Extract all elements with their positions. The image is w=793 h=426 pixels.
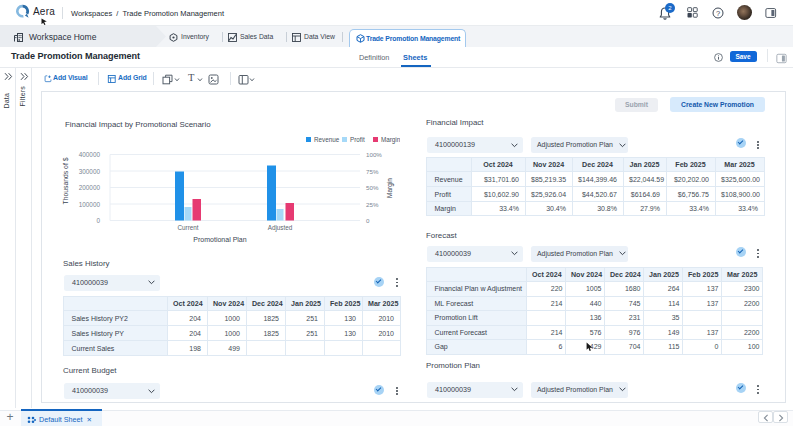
svg-text:100%: 100% — [366, 151, 382, 158]
svg-text:25%: 25% — [366, 201, 379, 208]
svg-text:Profit: Profit — [350, 136, 365, 143]
svg-text:300000: 300000 — [79, 168, 101, 175]
svg-text:?: ? — [716, 9, 720, 18]
svg-text:Current: Current — [178, 224, 199, 231]
svg-text:Financial Impact by Promotiona: Financial Impact by Promotional Scenario — [65, 120, 211, 129]
svg-text:50%: 50% — [366, 184, 379, 191]
svg-text:Promotional Plan: Promotional Plan — [193, 236, 246, 243]
svg-text:0: 0 — [366, 217, 370, 224]
svg-text:200000: 200000 — [79, 184, 101, 191]
svg-text:Revenue: Revenue — [314, 136, 340, 143]
svg-text:Thousands of $: Thousands of $ — [62, 157, 69, 204]
svg-text:400000: 400000 — [79, 151, 101, 158]
svg-text:100000: 100000 — [79, 201, 101, 208]
svg-text:75%: 75% — [366, 168, 379, 175]
svg-text:Margin: Margin — [381, 136, 400, 144]
svg-text:0: 0 — [96, 217, 100, 224]
svg-text:Margin: Margin — [386, 178, 394, 198]
svg-text:Adjusted: Adjusted — [268, 224, 293, 232]
